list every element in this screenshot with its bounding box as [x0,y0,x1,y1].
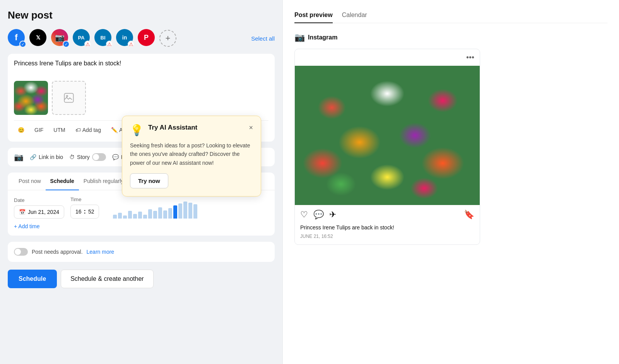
accounts-row: f ✓ 𝕏 📷 ✓ PA ⚠ BI ⚠ in ⚠ [8,29,275,48]
chart-bar [153,211,157,219]
post-text-input[interactable]: Princess Irene Tulips are back in stock! [14,60,268,75]
story-option[interactable]: ⏱ Story [69,153,106,161]
story-toggle[interactable] [92,153,106,161]
chart-bar [143,215,147,219]
engagement-chart [113,199,197,219]
add-account-button[interactable]: + [159,30,176,47]
ig-more-options[interactable]: ••• [466,53,474,62]
ai-lightbulb-icon: 💡 [130,124,144,137]
ig-date: JUNE 21, 16:52 [295,234,480,244]
add-media-button[interactable] [52,81,86,115]
check-badge-instagram: ✓ [63,41,70,48]
chart-bar [163,210,167,219]
chart-bar [173,205,177,219]
media-row [14,81,268,115]
schedule-create-another-button[interactable]: Schedule & create another [61,270,153,288]
ai-assistant-popup: 💡 Try AI Assistant × Seeking fresh ideas… [122,116,261,197]
tab-publish-regularly[interactable]: Publish regularly [79,173,128,190]
calendar-icon: 📅 [19,209,26,215]
tag-icon: 🏷 [75,127,81,133]
warn-badge-bi: ⚠ [106,41,113,48]
svg-point-1 [67,96,68,97]
account-facebook[interactable]: f ✓ [8,29,26,48]
comment-icon[interactable]: 💬 [313,210,324,220]
comment-icon: 💬 [112,154,119,160]
chart-bar [168,208,172,219]
check-badge-facebook: ✓ [19,41,26,48]
ig-card-actions: ♡ 💬 ✈ 🔖 [295,205,480,224]
ig-caption: Princess Irene Tulips are back in stock! [295,224,480,234]
bookmark-icon[interactable]: 🔖 [464,210,474,220]
link-in-bio-option[interactable]: 🔗 Link in bio [30,154,63,160]
platform-label: 📷 Instagram [294,32,607,43]
account-pa-linkedin[interactable]: PA ⚠ [73,29,91,48]
preview-tabs: Post preview Calendar [294,8,607,23]
add-time-button[interactable]: + Add time [14,223,40,229]
chart-bar [193,204,197,219]
time-label: Time [70,197,99,202]
bottom-buttons: Schedule Schedule & create another [8,270,275,288]
media-thumbnail[interactable] [14,81,48,115]
left-panel: New post f ✓ 𝕏 📷 ✓ PA ⚠ BI ⚠ [0,0,282,364]
account-linkedin2[interactable]: in ⚠ [116,29,135,48]
approval-text: Post needs approval. [32,249,83,255]
tab-calendar[interactable]: Calendar [342,8,367,23]
ai-popup-title: Try AI Assistant [148,124,197,132]
select-all-button[interactable]: Select all [251,35,275,42]
account-instagram[interactable]: 📷 ✓ [51,29,70,48]
emoji-button[interactable]: 😊 [14,125,28,135]
add-tag-button[interactable]: 🏷 Add tag [72,125,105,135]
ig-preview-image [295,66,480,205]
chart-bar [178,203,182,219]
date-label: Date [14,197,64,203]
tab-schedule[interactable]: Schedule [46,173,79,190]
instagram-options-icon: 📷 [14,152,24,162]
account-bi-linkedin[interactable]: BI ⚠ [94,29,113,48]
right-panel: Post preview Calendar 📷 Instagram ••• ♡ … [282,0,619,364]
composer-card: Princess Irene Tulips are back in stock!… [8,54,275,142]
utm-button[interactable]: UTM [50,125,69,135]
gif-button[interactable]: GIF [31,125,47,135]
instagram-preview-icon: 📷 [294,32,305,43]
tab-post-preview[interactable]: Post preview [294,8,333,23]
instagram-preview-card: ••• ♡ 💬 ✈ 🔖 Princess Irene Tulips are ba… [294,49,480,245]
warn-badge-li2: ⚠ [128,41,135,48]
date-field-group: Date 📅 Jun 21, 2024 [14,197,64,219]
schedule-button[interactable]: Schedule [8,270,57,288]
chart-bar [123,215,127,219]
account-pinterest[interactable]: P [138,29,156,48]
chart-bar [148,209,152,219]
account-twitter[interactable]: 𝕏 [29,29,48,48]
chart-bar [128,211,132,219]
ig-card-header: ••• [295,49,480,66]
page-title: New post [8,9,275,21]
approval-toggle[interactable] [14,248,28,256]
approval-row: Post needs approval. Learn more [8,242,275,262]
chart-bar [188,203,192,219]
chart-bar [138,212,142,219]
date-input[interactable]: 📅 Jun 21, 2024 [14,205,64,219]
chart-bar [113,215,117,219]
link-in-bio-icon: 🔗 [30,154,36,160]
share-icon[interactable]: ✈ [329,210,336,220]
story-icon: ⏱ [69,154,75,160]
warn-badge-pa: ⚠ [84,41,91,48]
chart-bar [133,214,137,219]
ai-popup-close-button[interactable]: × [249,124,253,132]
ai-popup-body: Seeking fresh ideas for a post? Looking … [130,141,253,167]
ai-wand-icon: ✏️ [111,127,118,133]
tab-post-now[interactable]: Post now [14,173,46,190]
like-icon[interactable]: ♡ [300,210,308,220]
chart-bar [158,207,162,219]
date-time-row: Date 📅 Jun 21, 2024 Time 16 : 52 [14,197,268,219]
ai-popup-try-button[interactable]: Try now [130,173,168,188]
learn-more-link[interactable]: Learn more [87,249,115,255]
time-field-group: Time 16 : 52 [70,197,99,219]
time-input[interactable]: 16 : 52 [70,205,99,219]
chart-bar [183,202,187,219]
chart-bar [118,213,122,219]
